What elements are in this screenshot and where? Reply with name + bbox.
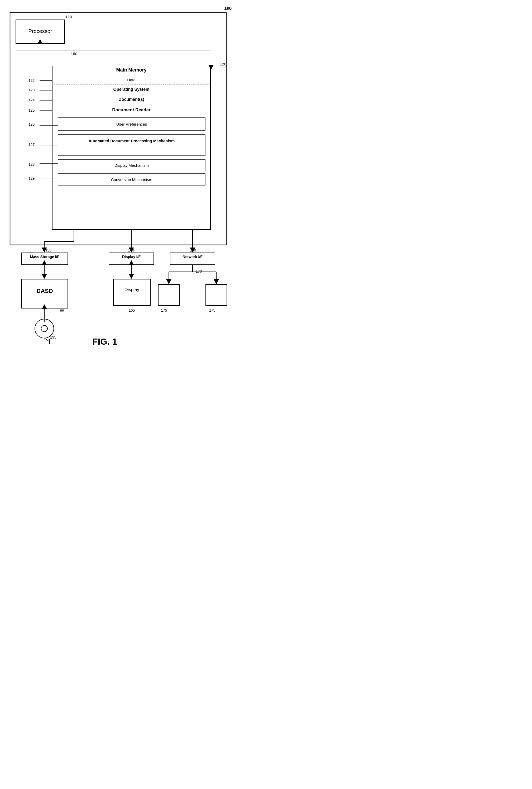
ref-100: 100 — [224, 6, 232, 11]
processor-label: Processor — [16, 28, 64, 34]
svg-rect-0 — [10, 13, 226, 245]
ref-120: 120 — [220, 62, 226, 66]
ref-160: 160 — [71, 52, 77, 56]
ref-123: 123 — [28, 88, 35, 92]
svg-marker-50 — [214, 279, 219, 284]
documents-label: Document(s) — [52, 97, 210, 102]
fig-label: FIG. 1 — [92, 336, 117, 347]
network-if-label: Network I/F — [170, 255, 215, 259]
ref-195: 195 — [50, 335, 56, 339]
conversion-label: Conversion Mechanism — [58, 176, 205, 182]
auto-doc-label: Automated Document Processing Mechanism — [58, 136, 205, 144]
svg-rect-52 — [206, 284, 227, 305]
svg-marker-42 — [129, 260, 134, 265]
display-device-label: Display — [113, 287, 150, 293]
data-label: Data — [52, 78, 210, 82]
ref-110: 110 — [65, 15, 72, 19]
svg-marker-43 — [129, 274, 134, 279]
dasd-label: DASD — [22, 288, 68, 295]
ref-175-right: 175 — [209, 308, 215, 313]
svg-marker-39 — [42, 274, 47, 279]
svg-rect-51 — [158, 284, 179, 305]
ref-175-left: 175 — [161, 308, 167, 313]
ref-122: 122 — [28, 78, 35, 82]
ref-140: 140 — [128, 248, 134, 252]
os-label: Operating System — [52, 87, 210, 92]
display-mech-label: Display Mechanism — [58, 162, 205, 168]
display-if-label: Display I/F — [109, 255, 154, 259]
ref-125: 125 — [28, 108, 35, 112]
ref-155: 155 — [58, 309, 64, 313]
svg-marker-48 — [166, 279, 171, 284]
ref-170: 170 — [196, 269, 202, 274]
ref-126: 126 — [28, 122, 35, 126]
svg-marker-4 — [37, 39, 43, 44]
ref-165: 165 — [129, 308, 135, 313]
ref-128: 128 — [28, 162, 35, 167]
svg-rect-44 — [113, 279, 150, 305]
ref-127: 127 — [28, 143, 35, 147]
ref-124: 124 — [28, 98, 35, 102]
user-prefs-label: User Preferences — [58, 119, 205, 126]
mass-storage-label: Mass Storage I/F — [22, 255, 68, 259]
svg-line-57 — [44, 338, 50, 342]
doc-reader-label: Document Reader — [52, 107, 210, 113]
ref-129: 129 — [28, 176, 35, 181]
ref-130: 130 — [45, 248, 52, 252]
main-memory-label: Main Memory — [52, 67, 210, 73]
ref-150: 150 — [190, 248, 196, 252]
svg-marker-38 — [42, 260, 47, 265]
svg-marker-54 — [42, 304, 47, 309]
svg-point-56 — [41, 325, 48, 332]
